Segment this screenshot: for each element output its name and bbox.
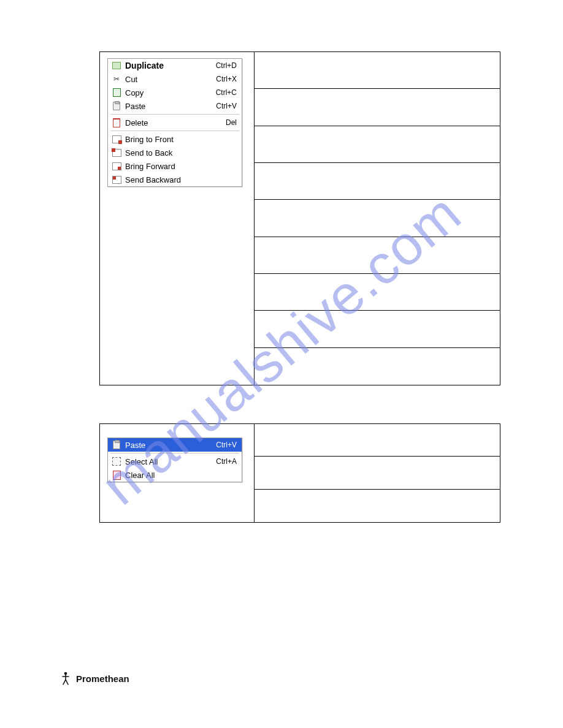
menu-item-bring-to-front[interactable]: Bring to Front	[108, 132, 242, 146]
promethean-logo-icon	[61, 672, 72, 685]
select-all-icon	[112, 457, 121, 466]
panel-right-cells	[254, 52, 500, 385]
context-menu-canvas: Paste Ctrl+V Select All Ctrl+A Clear All	[107, 438, 242, 482]
brand-name: Promethean	[76, 673, 129, 684]
menu-item-shortcut: Ctrl+D	[216, 61, 237, 70]
footer-logo: Promethean	[61, 672, 129, 685]
table-row	[254, 274, 500, 311]
menu-item-duplicate[interactable]: Duplicate Ctrl+D	[108, 59, 242, 72]
bring-front-icon	[112, 134, 121, 144]
bring-forward-icon	[112, 161, 121, 171]
menu-item-clear-all[interactable]: Clear All	[108, 468, 242, 482]
table-row	[254, 457, 500, 489]
menu-separator	[110, 114, 239, 115]
menu-item-copy[interactable]: Copy Ctrl+C	[108, 86, 242, 99]
menu-item-label: Cut	[125, 75, 212, 84]
table-row	[254, 311, 500, 347]
table-row	[254, 490, 500, 522]
menu-item-bring-forward[interactable]: Bring Forward	[108, 159, 242, 173]
table-row	[254, 200, 500, 237]
menu-item-label: Paste	[125, 441, 212, 450]
paste-icon	[112, 440, 121, 450]
menu-item-label: Delete	[125, 118, 222, 127]
table-row	[254, 52, 500, 89]
clear-all-icon	[112, 470, 121, 480]
menu-separator	[110, 131, 239, 131]
table-row	[254, 163, 500, 200]
menu-separator	[110, 453, 239, 453]
menu-item-shortcut: Ctrl+X	[216, 75, 237, 83]
menu-item-label: Send to Back	[125, 148, 233, 157]
panel-canvas-menu: Paste Ctrl+V Select All Ctrl+A Clear All	[99, 423, 500, 523]
copy-icon	[112, 88, 121, 97]
menu-item-shortcut: Ctrl+V	[216, 441, 237, 449]
table-row	[254, 348, 500, 385]
menu-item-shortcut: Del	[226, 118, 237, 127]
menu-item-label: Clear All	[125, 471, 233, 480]
menu-item-delete[interactable]: Delete Del	[108, 116, 242, 129]
cut-icon: ✂	[112, 74, 121, 84]
panel-left-cell: Paste Ctrl+V Select All Ctrl+A Clear All	[100, 424, 254, 522]
menu-item-label: Select All	[125, 457, 212, 466]
table-row	[254, 89, 500, 126]
table-row	[254, 424, 500, 457]
menu-item-label: Copy	[125, 88, 212, 97]
menu-item-shortcut: Ctrl+A	[216, 457, 237, 466]
paste-icon	[112, 101, 121, 111]
duplicate-icon	[112, 61, 121, 70]
panel-object-menu: Duplicate Ctrl+D ✂ Cut Ctrl+X Copy Ctrl+…	[99, 51, 500, 385]
menu-item-label: Paste	[125, 102, 212, 111]
menu-item-send-backward[interactable]: Send Backward	[108, 173, 242, 186]
table-row	[254, 126, 500, 163]
trash-icon	[112, 118, 121, 127]
menu-item-paste[interactable]: Paste Ctrl+V	[108, 99, 242, 113]
menu-item-label: Bring to Front	[125, 135, 233, 144]
menu-item-shortcut: Ctrl+C	[216, 88, 237, 97]
menu-item-cut[interactable]: ✂ Cut Ctrl+X	[108, 72, 242, 86]
menu-item-label: Duplicate	[125, 61, 212, 70]
send-back-icon	[112, 148, 121, 157]
menu-item-paste[interactable]: Paste Ctrl+V	[108, 438, 242, 452]
send-backward-icon	[112, 175, 121, 184]
menu-item-label: Send Backward	[125, 175, 233, 184]
menu-item-select-all[interactable]: Select All Ctrl+A	[108, 455, 242, 468]
context-menu-object: Duplicate Ctrl+D ✂ Cut Ctrl+X Copy Ctrl+…	[107, 58, 242, 187]
page: manualshive.com Duplicate Ctrl+D ✂ Cut C…	[0, 0, 563, 728]
panel-right-cells	[254, 424, 500, 522]
menu-item-shortcut: Ctrl+V	[216, 102, 237, 110]
menu-item-label: Bring Forward	[125, 162, 233, 171]
table-row	[254, 237, 500, 274]
menu-item-send-to-back[interactable]: Send to Back	[108, 146, 242, 159]
panel-left-cell: Duplicate Ctrl+D ✂ Cut Ctrl+X Copy Ctrl+…	[100, 52, 254, 385]
